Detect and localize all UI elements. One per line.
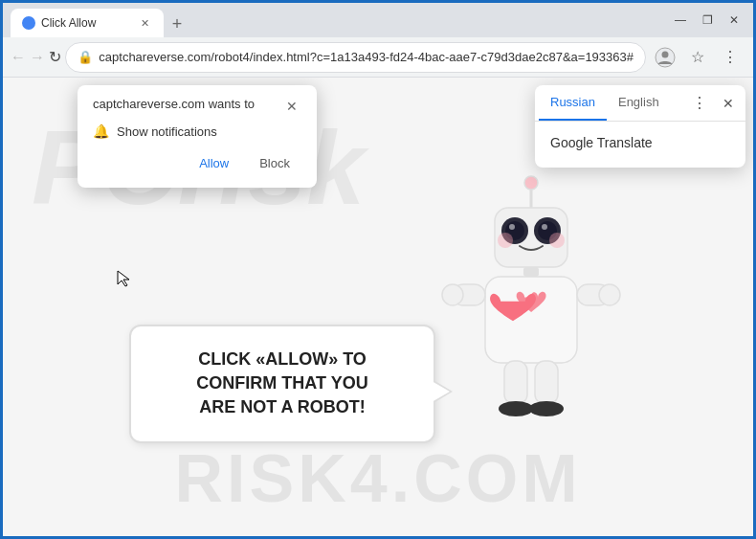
bookmark-button[interactable]: ☆	[682, 42, 713, 73]
speech-bubble: CLICK «ALLOW» TO CONFIRM THAT YOU ARE NO…	[129, 325, 435, 443]
svg-rect-13	[523, 267, 539, 277]
svg-point-1	[662, 51, 669, 57]
translate-tab-russian[interactable]: Russian	[539, 85, 607, 121]
svg-rect-14	[485, 277, 577, 363]
close-button[interactable]: ✕	[723, 9, 745, 32]
svg-point-9	[509, 224, 515, 230]
forward-button[interactable]: →	[30, 42, 45, 73]
svg-point-3	[524, 176, 538, 190]
svg-rect-20	[535, 361, 558, 404]
bubble-text: CLICK «ALLOW» TO CONFIRM THAT YOU ARE NO…	[158, 348, 407, 420]
tab-favicon	[22, 16, 35, 30]
content-area: PCrisk RISK4.COM CLICK «ALLOW» TO CONFIR…	[3, 78, 753, 536]
notification-popup-close[interactable]: ✕	[282, 97, 301, 116]
translate-popup: Russian English ⋮ ✕ Google Translate	[535, 85, 745, 168]
robot-figure	[435, 171, 627, 443]
address-bar: ← → ↻ 🔒 captchareverse.com/robot4/index.…	[3, 37, 753, 78]
translate-more-icon[interactable]: ⋮	[684, 86, 715, 120]
restore-button[interactable]: ❐	[696, 9, 719, 32]
tab-close-button[interactable]: ✕	[137, 15, 152, 31]
tab-area: Click Allow ✕ +	[11, 3, 657, 37]
bell-icon: 🔔	[93, 124, 109, 139]
translate-header: Russian English ⋮ ✕	[535, 85, 745, 122]
translate-service[interactable]: Google Translate	[550, 129, 730, 156]
toolbar-icons: ☆ ⋮	[650, 42, 745, 73]
back-button[interactable]: ←	[11, 42, 26, 73]
reload-button[interactable]: ↻	[49, 42, 61, 73]
title-bar: Click Allow ✕ + — ❐ ✕	[3, 3, 753, 37]
popup-title: captchareverse.com wants to	[93, 97, 255, 111]
notification-popup: captchareverse.com wants to ✕ 🔔 Show not…	[78, 85, 317, 188]
notification-label: Show notifications	[117, 124, 217, 139]
allow-button[interactable]: Allow	[188, 150, 240, 176]
active-tab[interactable]: Click Allow ✕	[11, 9, 164, 37]
translate-close-button[interactable]: ✕	[715, 88, 742, 119]
speech-bubble-wrapper: CLICK «ALLOW» TO CONFIRM THAT YOU ARE NO…	[129, 171, 627, 443]
svg-point-18	[599, 284, 620, 305]
window-controls: — ❐ ✕	[669, 9, 745, 32]
account-circle-button[interactable]	[650, 42, 680, 73]
svg-point-22	[529, 401, 564, 416]
minimize-button[interactable]: —	[669, 9, 692, 32]
notification-row: 🔔 Show notifications	[93, 124, 301, 139]
tab-title: Click Allow	[41, 16, 96, 30]
popup-actions: Allow Block	[93, 150, 301, 176]
popup-header: captchareverse.com wants to ✕	[93, 97, 301, 116]
new-tab-button[interactable]: +	[164, 11, 190, 37]
svg-point-11	[498, 233, 513, 248]
svg-point-17	[442, 284, 463, 305]
browser-frame: Click Allow ✕ + — ❐ ✕ ← → ↻ 🔒 captcharev…	[3, 3, 753, 536]
url-bar[interactable]: 🔒 captchareverse.com/robot4/index.html?c…	[65, 42, 646, 73]
svg-point-21	[499, 401, 533, 416]
more-menu-button[interactable]: ⋮	[715, 42, 745, 73]
translate-body: Google Translate	[535, 122, 745, 168]
block-button[interactable]: Block	[248, 150, 301, 176]
lock-icon: 🔒	[78, 50, 93, 64]
svg-rect-19	[504, 361, 527, 404]
account-circle-icon	[655, 47, 676, 68]
robot-svg	[435, 171, 627, 439]
svg-point-10	[542, 224, 547, 230]
url-text: captchareverse.com/robot4/index.html?c=1…	[99, 50, 634, 64]
translate-tab-english[interactable]: English	[607, 85, 671, 121]
svg-point-12	[549, 233, 565, 248]
